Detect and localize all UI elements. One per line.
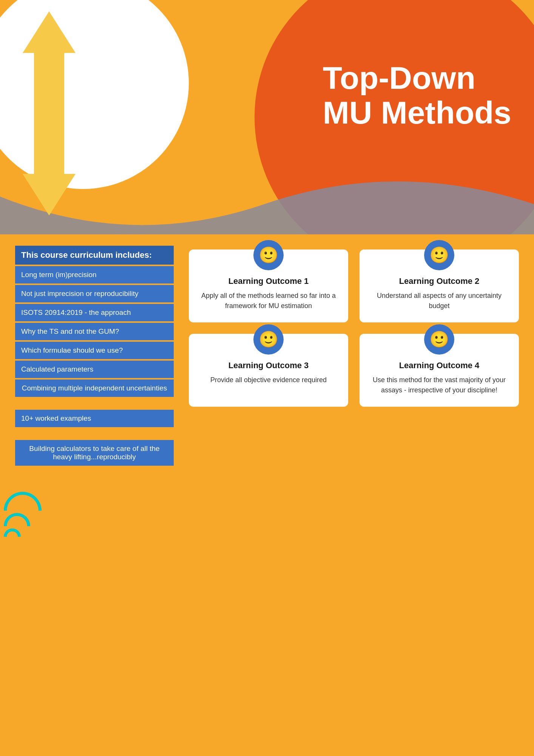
- page-title: Top-Down MU Methods: [323, 60, 511, 130]
- title-line2: MU Methods: [323, 95, 511, 130]
- outcome-2-icon: 🙂: [424, 240, 454, 270]
- arrow-shaft-down: [34, 113, 64, 174]
- footer-area: [0, 490, 534, 547]
- curriculum-item-3: ISOTS 20914:2019 - the approach: [15, 304, 174, 321]
- curriculum-spacer-2: [15, 429, 174, 440]
- header-section: Top-Down MU Methods: [0, 0, 534, 234]
- cyan-arc-1: [4, 492, 42, 511]
- outcome-1-desc: Apply all of the methods learned so far …: [198, 291, 339, 311]
- outcome-4-icon: 🙂: [424, 324, 454, 355]
- arrow-shaft-up: [34, 53, 64, 113]
- outcome-card-3: 🙂 Learning Outcome 3 Provide all objecti…: [189, 334, 348, 407]
- outcome-card-4: 🙂 Learning Outcome 4 Use this method for…: [360, 334, 519, 407]
- outcome-3-title: Learning Outcome 3: [228, 361, 309, 370]
- outcome-2-title: Learning Outcome 2: [399, 276, 480, 286]
- curriculum-item-6: Calculated parameters: [15, 361, 174, 378]
- outcome-3-desc: Provide all objective evidence required: [210, 375, 327, 385]
- outcome-3-icon: 🙂: [253, 324, 284, 355]
- curriculum-item-1: Long term (im)precision: [15, 266, 174, 284]
- curriculum-item-5: Which formulae should we use?: [15, 342, 174, 359]
- curriculum-item-9: Building calculators to take care of all…: [15, 440, 174, 466]
- curriculum-header: This course curriculum includes:: [15, 246, 174, 265]
- outcome-2-desc: Understand all aspects of any uncertaint…: [369, 291, 510, 311]
- curriculum-item-8: 10+ worked examples: [15, 410, 174, 427]
- cyan-arc-3: [4, 528, 21, 537]
- title-line1: Top-Down: [323, 60, 511, 95]
- cyan-arc-2: [4, 513, 30, 526]
- curriculum-item-7: Combining multiple independent uncertain…: [15, 380, 174, 397]
- arrow-down-icon: [23, 174, 76, 215]
- curriculum-item-4: Why the TS and not the GUM?: [15, 323, 174, 340]
- curriculum-item-2: Not just imprecision or reproducibility: [15, 285, 174, 302]
- outcome-card-2: 🙂 Learning Outcome 2 Understand all aspe…: [360, 249, 519, 322]
- arrow-up-icon: [23, 11, 76, 53]
- outcome-4-title: Learning Outcome 4: [399, 361, 480, 370]
- curriculum-list: This course curriculum includes: Long te…: [15, 246, 174, 467]
- outcomes-grid: 🙂 Learning Outcome 1 Apply all of the me…: [189, 246, 519, 407]
- outcome-card-1: 🙂 Learning Outcome 1 Apply all of the me…: [189, 249, 348, 322]
- outcome-4-desc: Use this method for the vast majority of…: [369, 375, 510, 395]
- curriculum-spacer-1: [15, 398, 174, 410]
- arrows-decoration: [23, 11, 76, 215]
- outcome-1-title: Learning Outcome 1: [228, 276, 309, 286]
- main-content: This course curriculum includes: Long te…: [0, 234, 534, 490]
- outcome-1-icon: 🙂: [253, 240, 284, 270]
- cyan-waves-decoration: [4, 492, 42, 539]
